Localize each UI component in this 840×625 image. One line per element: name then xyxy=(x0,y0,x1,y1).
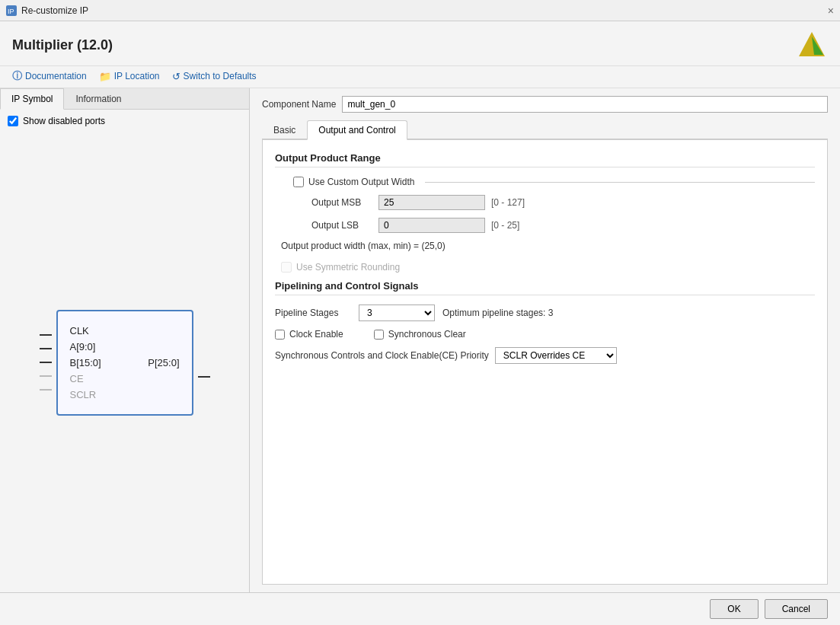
title-bar-left: IP Re-customize IP xyxy=(6,5,88,16)
use-custom-width-row: Use Custom Output Width xyxy=(293,177,815,187)
pipelining-title: Pipelining and Control Signals xyxy=(275,280,815,295)
title-bar-title: Re-customize IP xyxy=(21,5,88,16)
priority-row: Synchronous Controls and Clock Enable(CE… xyxy=(275,347,815,364)
ip-location-label: IP Location xyxy=(114,71,160,81)
component-name-label: Component Name xyxy=(262,99,336,110)
output-product-range-section: Output Product Range Use Custom Output W… xyxy=(275,152,815,273)
tab-ip-symbol[interactable]: IP Symbol xyxy=(0,88,64,110)
switch-defaults-label: Switch to Defaults xyxy=(184,71,257,81)
sclr-wire-left xyxy=(40,389,52,391)
synchronous-clear-item: Synchronous Clear xyxy=(374,329,466,340)
synchronous-clear-checkbox[interactable] xyxy=(374,330,384,340)
output-info-text: Output product width (max, min) = (25,0) xyxy=(281,241,815,251)
use-symmetric-row: Use Symmetric Rounding xyxy=(281,262,815,273)
tab-information[interactable]: Information xyxy=(64,88,133,110)
priority-select[interactable]: SCLR Overrides CE CE Overrides SCLR xyxy=(495,347,617,364)
right-panel: Component Name Basic Output and Control … xyxy=(250,88,840,592)
clock-enable-item: Clock Enable xyxy=(275,329,343,340)
show-disabled-ports-checkbox[interactable] xyxy=(8,116,18,126)
output-msb-input[interactable] xyxy=(378,195,485,210)
sclr-port: SCLR xyxy=(70,389,180,400)
custom-divider xyxy=(425,182,815,183)
b-port: B[15:0] xyxy=(70,357,101,368)
clk-wire-left xyxy=(40,334,52,336)
vivado-logo xyxy=(796,29,828,61)
ip-location-button[interactable]: 📁 IP Location xyxy=(99,71,160,82)
clock-enable-checkbox[interactable] xyxy=(275,330,285,340)
documentation-button[interactable]: ⓘ Documentation xyxy=(12,69,87,83)
use-symmetric-label: Use Symmetric Rounding xyxy=(296,262,400,273)
bottom-bar: OK Cancel xyxy=(0,592,840,625)
ce-wire-left xyxy=(40,375,52,377)
pipeline-stages-row: Pipeline Stages 0 1 2 3 4 5 6 Optimum pi… xyxy=(275,305,815,321)
main-window: Multiplier (12.0) ⓘ Documentation 📁 IP L… xyxy=(0,21,840,625)
output-lsb-label: Output LSB xyxy=(311,220,372,231)
ce-row: Clock Enable Synchronous Clear xyxy=(275,329,815,340)
ip-symbol-block: CLK A[9:0] B[15:0] P[25:0] CE xyxy=(56,310,193,416)
app-icon: IP xyxy=(6,5,17,16)
cancel-button[interactable]: Cancel xyxy=(765,599,828,619)
symbol-area: CLK A[9:0] B[15:0] P[25:0] CE xyxy=(0,132,249,592)
close-button[interactable]: × xyxy=(828,5,834,16)
left-panel: IP Symbol Information Show disabled port… xyxy=(0,88,250,592)
show-disabled-ports-row: Show disabled ports xyxy=(0,110,249,132)
output-lsb-range: [0 - 25] xyxy=(491,220,519,231)
right-tab-bar: Basic Output and Control xyxy=(262,120,828,140)
tab-basic[interactable]: Basic xyxy=(262,120,307,140)
output-msb-range: [0 - 127] xyxy=(491,197,525,208)
pipelining-section: Pipelining and Control Signals Pipeline … xyxy=(275,280,815,364)
switch-defaults-button[interactable]: ↺ Switch to Defaults xyxy=(172,71,257,82)
use-custom-width-checkbox[interactable] xyxy=(293,177,304,187)
ok-button[interactable]: OK xyxy=(710,599,758,619)
p-port: P[25:0] xyxy=(148,357,179,368)
multiplier-title: Multiplier (12.0) xyxy=(12,37,113,53)
a-port: A[9:0] xyxy=(70,341,180,352)
tab-output-control[interactable]: Output and Control xyxy=(307,120,407,140)
use-custom-width-label: Use Custom Output Width xyxy=(308,177,414,187)
right-content: Output Product Range Use Custom Output W… xyxy=(262,140,828,585)
info-icon: ⓘ xyxy=(12,69,22,83)
clk-port: CLK xyxy=(70,325,180,336)
documentation-label: Documentation xyxy=(25,71,87,81)
component-name-row: Component Name xyxy=(262,96,828,113)
output-msb-label: Output MSB xyxy=(311,197,372,208)
optimum-stages-info: Optimum pipeline stages: 3 xyxy=(442,308,553,318)
left-tab-bar: IP Symbol Information xyxy=(0,88,249,110)
output-product-range-title: Output Product Range xyxy=(275,152,815,167)
pipeline-stages-select[interactable]: 0 1 2 3 4 5 6 xyxy=(359,305,435,321)
show-disabled-ports-label: Show disabled ports xyxy=(23,116,105,126)
refresh-icon: ↺ xyxy=(172,71,180,82)
output-lsb-row: Output LSB [0 - 25] xyxy=(311,218,815,233)
ce-port: CE xyxy=(70,373,180,384)
pipeline-stages-label: Pipeline Stages xyxy=(275,308,351,318)
content-area: IP Symbol Information Show disabled port… xyxy=(0,88,840,592)
clock-enable-label: Clock Enable xyxy=(289,329,343,340)
output-msb-row: Output MSB [0 - 127] xyxy=(311,195,815,210)
toolbar: ⓘ Documentation 📁 IP Location ↺ Switch t… xyxy=(0,66,840,88)
folder-icon: 📁 xyxy=(99,71,111,82)
svg-text:IP: IP xyxy=(8,8,14,15)
output-lsb-input[interactable] xyxy=(378,218,485,233)
p-wire-right xyxy=(198,376,210,378)
b-wire-left xyxy=(40,362,52,363)
component-name-input[interactable] xyxy=(342,96,828,113)
title-bar: IP Re-customize IP × xyxy=(0,0,840,21)
synchronous-clear-label: Synchronous Clear xyxy=(388,329,466,340)
a-wire-left xyxy=(40,348,52,349)
use-symmetric-checkbox[interactable] xyxy=(281,262,292,273)
header: Multiplier (12.0) xyxy=(0,21,840,66)
priority-label: Synchronous Controls and Clock Enable(CE… xyxy=(275,350,489,361)
